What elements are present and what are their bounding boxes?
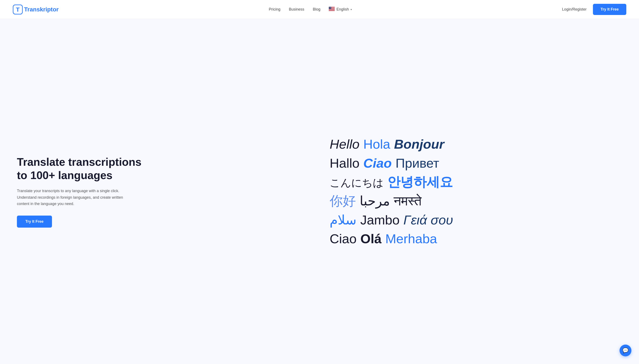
- hero-title: Translate transcriptions to 100+ languag…: [17, 156, 144, 182]
- word-ola: Olá: [361, 230, 382, 248]
- svg-text:★: ★: [330, 7, 331, 8]
- chat-icon: 💬: [622, 348, 629, 354]
- svg-rect-10: [329, 9, 335, 10]
- svg-rect-14: [329, 10, 335, 11]
- hero-left: Translate transcriptions to 100+ languag…: [17, 156, 144, 228]
- lang-row-3: こんにちは 안녕하세요: [330, 173, 453, 191]
- chevron-down-icon: ▾: [351, 8, 352, 11]
- try-free-button-hero[interactable]: Try It Free: [17, 216, 52, 228]
- login-register-link[interactable]: Login/Register: [562, 7, 587, 12]
- logo-link[interactable]: T Transkriptor: [13, 4, 59, 14]
- word-hallo: Hallo: [330, 154, 360, 172]
- navbar: T Transkriptor Pricing Business Blog: [0, 0, 639, 19]
- word-jambo: Jambo: [360, 211, 400, 229]
- hero-section: Translate transcriptions to 100+ languag…: [0, 19, 639, 364]
- lang-row-5: سلام Jambo Γειά σου: [330, 211, 453, 229]
- logo-text: Transkriptor: [24, 6, 59, 13]
- word-salam: سلام: [330, 211, 357, 229]
- word-hola: Hola: [363, 135, 390, 153]
- lang-row-4: 你好 مرحبا नमस्ते: [330, 192, 453, 210]
- word-hello: Hello: [330, 135, 360, 153]
- language-cloud: Hello Hola Bonjour Hallo Ciao Привет こんに…: [330, 135, 453, 248]
- language-label: English: [337, 7, 349, 12]
- word-konnichiwa: こんにちは: [330, 176, 384, 190]
- svg-rect-15: [329, 10, 335, 11]
- language-selector[interactable]: ★ English ▾: [329, 7, 352, 12]
- hero-description: Translate your transcripts to any langua…: [17, 188, 127, 207]
- word-privet: Привет: [396, 154, 439, 172]
- logo-icon: T: [13, 4, 23, 14]
- lang-row-1: Hello Hola Bonjour: [330, 135, 453, 153]
- svg-rect-12: [329, 10, 335, 10]
- word-annyeong: 안녕하세요: [387, 173, 453, 191]
- svg-rect-11: [329, 9, 335, 10]
- word-yia-sou: Γειά σου: [403, 211, 453, 229]
- nav-links: Pricing Business Blog: [269, 7, 352, 12]
- word-namaste: नमस्ते: [394, 192, 422, 210]
- try-free-button-nav[interactable]: Try It Free: [593, 4, 626, 15]
- svg-rect-13: [329, 10, 335, 10]
- word-merhaba: Merhaba: [385, 230, 437, 248]
- flag-icon: ★: [329, 7, 335, 12]
- nav-right: Login/Register Try It Free: [562, 4, 626, 15]
- chat-bubble[interactable]: 💬: [619, 344, 631, 356]
- lang-row-2: Hallo Ciao Привет: [330, 154, 453, 172]
- nav-link-business[interactable]: Business: [289, 7, 304, 12]
- nav-link-blog[interactable]: Blog: [313, 7, 320, 12]
- word-ciao-2: Ciao: [330, 230, 357, 248]
- nav-link-pricing[interactable]: Pricing: [269, 7, 280, 12]
- lang-row-6: Ciao Olá Merhaba: [330, 230, 453, 248]
- word-bonjour: Bonjour: [394, 135, 444, 153]
- svg-text:T: T: [16, 6, 20, 13]
- hero-right: Hello Hola Bonjour Hallo Ciao Привет こんに…: [144, 135, 626, 248]
- word-nihao: 你好: [330, 192, 356, 210]
- word-ciao-it: Ciao: [363, 154, 392, 172]
- word-marhaba: مرحبا: [360, 192, 390, 210]
